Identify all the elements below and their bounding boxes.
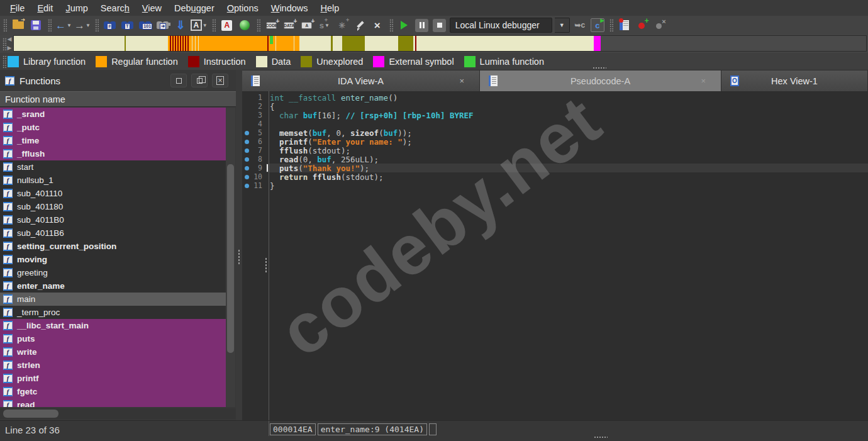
nav-left-arrow-button[interactable]: ◀: [8, 36, 12, 42]
panel-splitter[interactable]: [236, 70, 242, 420]
open-file-button[interactable]: [11, 18, 26, 33]
line-dot-icon[interactable]: [242, 148, 251, 153]
navigate-forward-button[interactable]: →▼: [74, 18, 91, 33]
toolbar-grip[interactable]: [47, 18, 52, 32]
splitter-handle[interactable]: [238, 249, 240, 265]
function-row[interactable]: write: [0, 345, 226, 359]
function-row[interactable]: sub_4011B0: [0, 213, 226, 226]
menu-item-file[interactable]: File: [4, 2, 31, 14]
menu-item-view[interactable]: View: [136, 2, 168, 14]
search-binary-button[interactable]: 101: [138, 18, 153, 33]
add-breakpoint-button[interactable]: [635, 18, 650, 33]
function-row[interactable]: fgetc: [0, 385, 226, 398]
undefine-button[interactable]: ×: [370, 18, 385, 33]
scrollbar-thumb[interactable]: [3, 410, 58, 418]
problems-button[interactable]: [220, 18, 235, 33]
menu-item-debugger[interactable]: Debugger: [168, 2, 221, 14]
make-struct-button[interactable]: s+▼: [317, 18, 332, 33]
toolbar-grip[interactable]: [3, 18, 7, 32]
line-dot-icon[interactable]: [242, 131, 251, 135]
tab-close-icon[interactable]: ×: [459, 76, 464, 86]
code-line[interactable]: 9 puts("Thank you!");: [242, 164, 868, 172]
line-dot-icon[interactable]: [242, 140, 251, 144]
debugger-selector[interactable]: Local Linux debugger: [450, 18, 552, 33]
ascii-string-button[interactable]: ▼: [191, 18, 208, 33]
stop-process-button[interactable]: [432, 18, 447, 33]
tab-hex-view-1[interactable]: Hex View-1: [721, 70, 868, 91]
code-line[interactable]: 1int __fastcall enter_name(): [242, 93, 868, 102]
pseudocode-view[interactable]: 1int __fastcall enter_name()2{3 char buf…: [242, 91, 868, 420]
continue-process-button[interactable]: c: [590, 18, 605, 33]
jump-button[interactable]: ⇓: [173, 18, 188, 33]
code-line[interactable]: 4: [242, 120, 868, 128]
function-row[interactable]: setting_current_position: [0, 240, 226, 253]
gutter-splitter-handle[interactable]: [265, 257, 267, 274]
function-row[interactable]: printf: [0, 372, 226, 385]
function-row[interactable]: sub_401110: [0, 187, 226, 200]
panel-restore-button[interactable]: [191, 74, 208, 87]
menu-item-jump[interactable]: Jump: [59, 2, 94, 14]
panel-maximize-button[interactable]: [170, 74, 187, 87]
code-line[interactable]: 11}: [242, 181, 868, 190]
toolbar-grip[interactable]: [389, 18, 393, 32]
function-row[interactable]: sub_4011B6: [0, 226, 226, 240]
navigate-back-button[interactable]: ←▼: [55, 18, 72, 33]
line-dot-icon[interactable]: [242, 175, 251, 179]
make-array-button[interactable]: ✳+: [335, 18, 350, 33]
code-line[interactable]: 8 read(0, buf, 256uLL);: [242, 155, 868, 164]
toolbar-grip[interactable]: [256, 18, 260, 32]
function-list-vertical-scrollbar[interactable]: [226, 108, 235, 407]
menu-item-options[interactable]: Options: [221, 2, 265, 14]
pause-process-button[interactable]: [415, 18, 430, 33]
code-line[interactable]: 6 printf("Enter your name: ");: [242, 137, 868, 146]
delete-breakpoint-button[interactable]: [652, 18, 667, 33]
tab-close-icon[interactable]: ×: [701, 76, 706, 86]
lumina-button[interactable]: [237, 18, 252, 33]
toolbar-grip[interactable]: [211, 18, 216, 32]
function-row[interactable]: nullsub_1: [0, 174, 226, 187]
nav-band[interactable]: [13, 35, 867, 52]
breakpoint-list-button[interactable]: [617, 18, 632, 33]
line-dot-icon[interactable]: [242, 184, 251, 188]
function-row[interactable]: greeting: [0, 266, 226, 279]
menu-item-edit[interactable]: Edit: [31, 2, 59, 14]
menu-item-search[interactable]: Search: [94, 2, 136, 14]
function-row[interactable]: _time: [0, 134, 226, 147]
function-row[interactable]: moving: [0, 253, 226, 266]
function-row[interactable]: sub_401180: [0, 200, 226, 213]
code-line[interactable]: 10 return fflush(stdout);: [242, 172, 868, 181]
function-row[interactable]: __libc_start_main: [0, 319, 226, 332]
tab-pseudocode-a[interactable]: Pseudocode-A ×: [480, 70, 721, 91]
code-line[interactable]: 2{: [242, 102, 868, 111]
search-next-button[interactable]: ➔: [155, 18, 170, 33]
function-row[interactable]: _term_proc: [0, 306, 226, 319]
code-line[interactable]: 5 memset(buf, 0, sizeof(buf));: [242, 128, 868, 137]
horizontal-splitter-handle[interactable]: [594, 436, 608, 439]
toolbar-grip[interactable]: [609, 18, 613, 32]
scrollbar-thumb[interactable]: [227, 164, 234, 353]
search-address-button[interactable]: #: [103, 18, 118, 33]
function-row[interactable]: start: [0, 160, 226, 174]
function-list-horizontal-scrollbar[interactable]: [0, 408, 236, 419]
function-row[interactable]: strlen: [0, 359, 226, 372]
function-row[interactable]: _putc: [0, 121, 226, 134]
toolbar-grip[interactable]: [94, 18, 99, 32]
edit-button[interactable]: [352, 18, 367, 33]
tab-ida-view-a[interactable]: IDA View-A ×: [242, 70, 480, 91]
function-row[interactable]: _fflush: [0, 147, 226, 160]
function-name-column-header[interactable]: Function name: [0, 91, 236, 107]
line-dot-icon[interactable]: [242, 157, 251, 162]
save-file-button[interactable]: [28, 18, 43, 33]
menu-item-help[interactable]: Help: [314, 2, 346, 14]
attach-process-button[interactable]: ➥c: [572, 18, 587, 33]
code-line[interactable]: 3 char buf[16]; // [rsp+0h] [rbp-10h] BY…: [242, 111, 868, 120]
legend-grip[interactable]: [2, 55, 6, 69]
search-text-button[interactable]: T: [120, 18, 135, 33]
function-row[interactable]: enter_name: [0, 279, 226, 293]
panel-close-button[interactable]: ×: [212, 74, 228, 87]
make-data-button[interactable]: DATA: [282, 18, 297, 33]
function-row[interactable]: puts: [0, 332, 226, 345]
debugger-selector-dropdown[interactable]: ▼: [555, 18, 570, 33]
function-row[interactable]: read: [0, 398, 226, 407]
make-code-button[interactable]: CODE: [264, 18, 279, 33]
